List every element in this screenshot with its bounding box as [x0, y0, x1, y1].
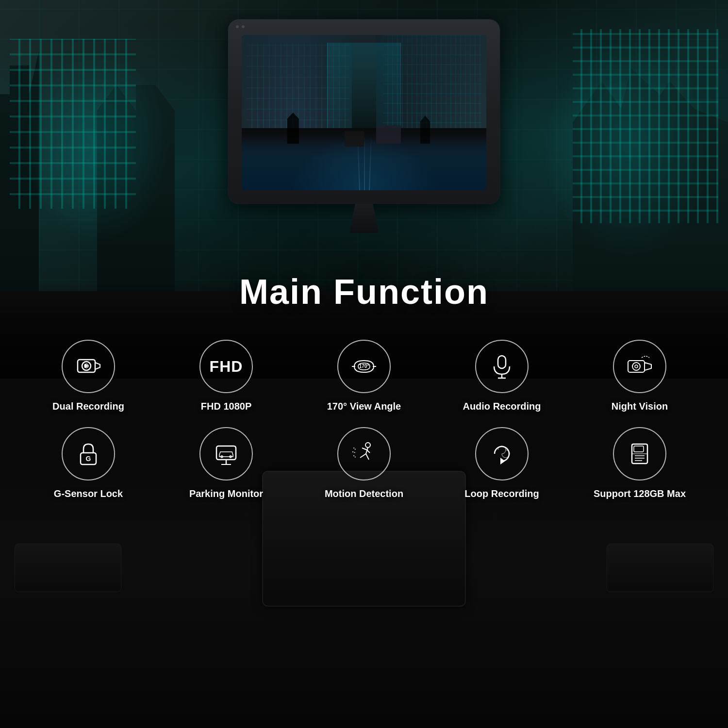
svg-rect-28	[634, 446, 644, 452]
night-vision-label: Night Vision	[612, 400, 668, 413]
storage-icon	[625, 439, 654, 468]
features-top-row: Dual Recording FHD FHD 1080P	[19, 340, 709, 413]
loop-label: Loop Recording	[464, 487, 539, 500]
svg-rect-15	[216, 446, 236, 460]
feature-motion: Motion Detection	[315, 427, 413, 500]
loop-recording-icon	[487, 439, 516, 468]
feature-view-angle: 170° 170° View Angle	[315, 340, 413, 413]
svg-point-20	[365, 443, 370, 447]
audio-recording-icon	[487, 352, 516, 381]
car-silhouette-1	[345, 131, 364, 147]
view-angle-icon: 170°	[349, 352, 379, 381]
feature-parking: Parking Monitor	[178, 427, 275, 500]
feature-dual-recording: Dual Recording	[40, 340, 137, 413]
device-indicator-dots	[236, 25, 245, 28]
svg-marker-26	[501, 459, 504, 463]
device-screen	[242, 35, 486, 190]
feature-storage: Support 128GB Max	[591, 427, 688, 500]
motion-detection-icon	[349, 439, 379, 468]
screen-wet-road	[242, 136, 486, 190]
screen-content	[242, 35, 486, 190]
parking-label: Parking Monitor	[189, 487, 263, 500]
dual-recording-icon-circle	[62, 340, 115, 393]
motion-label: Motion Detection	[325, 487, 403, 500]
audio-label: Audio Recording	[463, 400, 541, 413]
features-bottom-row: G G-Sensor Lock	[19, 427, 709, 500]
svg-line-24	[360, 454, 366, 458]
view-angle-label: 170° View Angle	[327, 400, 401, 413]
dual-recording-label: Dual Recording	[52, 400, 124, 413]
fhd-text-icon: FHD	[210, 358, 243, 376]
g-sensor-label: G-Sensor Lock	[54, 487, 123, 500]
fhd-label: FHD 1080P	[201, 400, 252, 413]
svg-line-25	[366, 454, 369, 460]
feature-audio: Audio Recording	[453, 340, 550, 413]
car-silhouette-2	[376, 125, 400, 144]
fhd-icon-circle: FHD	[199, 340, 253, 393]
feature-g-sensor: G G-Sensor Lock	[40, 427, 137, 500]
svg-point-11	[632, 363, 640, 370]
device-body	[228, 19, 500, 204]
feature-night-vision: Night Vision	[591, 340, 688, 413]
audio-icon-circle	[475, 340, 529, 393]
page-title: Main Function	[0, 272, 728, 312]
view-angle-icon-circle: 170°	[337, 340, 391, 393]
dual-recording-icon	[74, 352, 103, 381]
dot-2	[242, 25, 245, 28]
svg-marker-3	[85, 364, 88, 367]
feature-loop: Loop Recording	[453, 427, 550, 500]
feature-fhd: FHD FHD 1080P	[178, 340, 275, 413]
features-section: Dual Recording FHD FHD 1080P	[0, 340, 728, 510]
device-mount	[349, 204, 379, 233]
night-vision-icon	[625, 352, 654, 381]
svg-line-22	[362, 448, 367, 450]
svg-line-23	[367, 450, 370, 453]
g-sensor-icon-circle: G	[62, 427, 115, 480]
parking-icon-circle	[199, 427, 253, 480]
title-section: Main Function	[0, 272, 728, 312]
svg-text:G: G	[86, 455, 91, 463]
screen-center-building	[327, 43, 400, 128]
svg-rect-7	[498, 356, 506, 368]
storage-icon-circle	[613, 427, 666, 480]
loop-icon-circle	[475, 427, 529, 480]
storage-label: Support 128GB Max	[594, 487, 686, 500]
svg-text:170°: 170°	[359, 364, 369, 369]
dot-1	[236, 25, 239, 28]
night-vision-icon-circle	[613, 340, 666, 393]
dashcam-device	[228, 19, 500, 233]
parking-monitor-icon	[212, 439, 241, 468]
g-sensor-icon: G	[74, 439, 103, 468]
svg-point-12	[635, 365, 638, 368]
motion-icon-circle	[337, 427, 391, 480]
